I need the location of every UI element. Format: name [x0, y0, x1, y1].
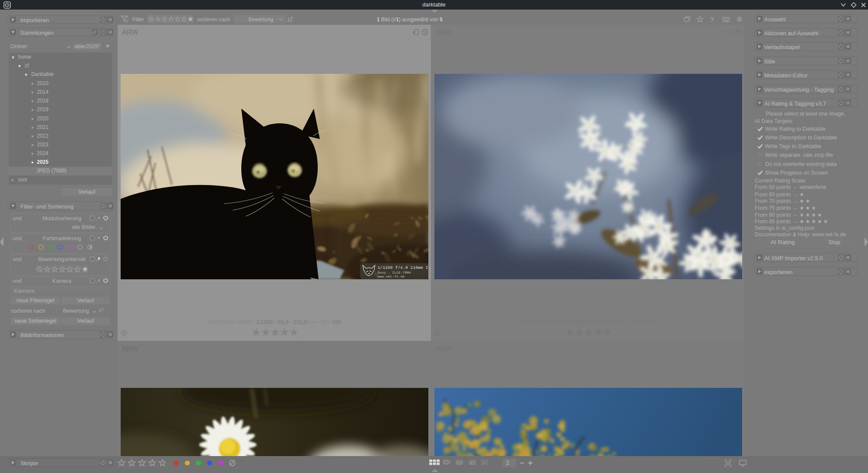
svg-text:XY: XY — [470, 461, 475, 465]
svg-text:XY: XY — [457, 461, 462, 465]
svg-text:Sony - ILCE-7RM4: Sony - ILCE-7RM4 — [378, 271, 411, 275]
svg-text:1/1250 f/4.0 210mm IS: 1/1250 f/4.0 210mm IS — [378, 265, 428, 270]
svg-text:?: ? — [710, 16, 714, 23]
svg-text:www.net-fx.de: www.net-fx.de — [378, 275, 405, 278]
